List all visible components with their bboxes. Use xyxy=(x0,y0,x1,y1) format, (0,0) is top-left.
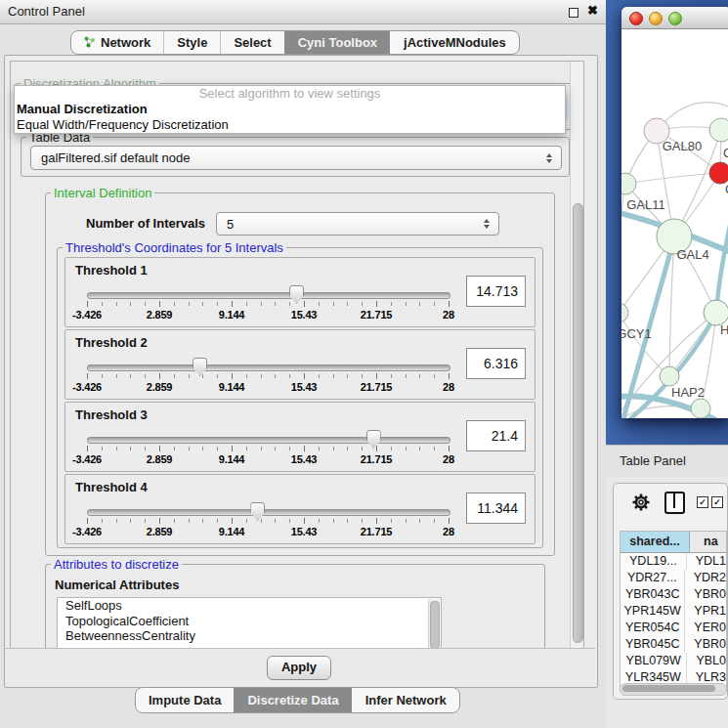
network-node[interactable] xyxy=(621,303,628,322)
network-node[interactable] xyxy=(660,366,679,386)
tab-label: Infer Network xyxy=(365,693,447,707)
apply-button[interactable]: Apply xyxy=(267,656,331,680)
threshold-block: Threshold 3 -3.4262.8599.14415.4321.7152… xyxy=(64,402,535,472)
major-tick xyxy=(232,518,233,524)
checkbox-icon[interactable]: ✓ xyxy=(697,496,708,508)
cell-shared-name: YDL19... xyxy=(621,553,687,570)
algorithm-option[interactable]: Equal Width/Frequency Discretization xyxy=(15,117,565,133)
table-row[interactable]: YBR043CYBR0 xyxy=(621,586,726,603)
attribute-item[interactable]: SelfLoops xyxy=(58,598,441,614)
cell-name: YBR0 xyxy=(685,636,726,653)
major-tick xyxy=(449,373,450,379)
network-graph: GAL80GACGAL11GAL4GCY1HHAP2 xyxy=(621,29,728,418)
attribute-item[interactable]: BetweennessCentrality xyxy=(58,628,441,644)
table-row[interactable]: YDR27...YDR2 xyxy=(621,570,726,586)
table-panel-title: Table Panel xyxy=(620,453,686,468)
panel-scrollbar[interactable] xyxy=(570,62,583,648)
float-window-icon[interactable] xyxy=(569,8,578,18)
tick-label: 9.144 xyxy=(219,453,245,465)
major-tick xyxy=(159,301,160,307)
tick-label: 28 xyxy=(443,453,454,465)
apply-bar: Apply xyxy=(5,648,595,686)
number-of-intervals-value: 5 xyxy=(217,217,484,232)
network-node[interactable] xyxy=(709,118,728,142)
network-node[interactable] xyxy=(691,399,710,418)
threshold-block: Threshold 4 -3.4262.8599.14415.4321.7152… xyxy=(64,474,535,544)
gear-icon[interactable] xyxy=(631,492,651,512)
tab-label: jActiveMNodules xyxy=(404,35,506,50)
slider-track[interactable] xyxy=(87,437,450,444)
tick-label: 21.715 xyxy=(361,381,392,393)
major-tick xyxy=(449,518,450,524)
screen: Control Panel ✖ NetworkStyleSelectCyni T… xyxy=(0,0,728,728)
columns-icon[interactable] xyxy=(664,492,685,514)
threshold-slider[interactable]: -3.4262.8599.14415.4321.71528 xyxy=(87,283,449,324)
tab-cyni-toolbox[interactable]: Cyni Toolbox xyxy=(284,31,390,54)
desktop-background: GAL80GACGAL11GAL4GCY1HHAP2 xyxy=(606,0,728,445)
tick-label: 9.144 xyxy=(219,526,245,537)
tab-label: Select xyxy=(234,35,271,50)
minimize-traffic-light-icon[interactable] xyxy=(649,12,663,25)
list-scrollbar[interactable] xyxy=(428,599,440,649)
threshold-value-field[interactable]: 21.4 xyxy=(466,420,526,451)
network-canvas[interactable]: GAL80GACGAL11GAL4GCY1HHAP2 xyxy=(621,29,728,418)
table-row[interactable]: YBL079WYBL0 xyxy=(621,653,726,669)
threshold-slider[interactable]: -3.4262.8599.14415.4321.71528 xyxy=(87,356,449,397)
table-row[interactable]: YBR045CYBR0 xyxy=(621,636,726,653)
threshold-value-field[interactable]: 14.713 xyxy=(466,276,526,307)
network-view-window[interactable]: GAL80GACGAL11GAL4GCY1HHAP2 xyxy=(621,7,728,418)
threshold-label: Threshold 2 xyxy=(75,335,148,350)
threshold-value-field[interactable]: 6.316 xyxy=(466,348,526,379)
table-data-combobox[interactable]: galFiltered.sif default node xyxy=(30,146,562,170)
major-tick xyxy=(376,518,377,524)
column-header-shared[interactable]: shared... xyxy=(621,532,690,552)
network-node[interactable] xyxy=(709,162,728,184)
cell-shared-name: YBR045C xyxy=(621,636,685,653)
scrollbar-thumb[interactable] xyxy=(573,203,583,643)
tab-impute-data[interactable]: Impute Data xyxy=(136,688,234,712)
hscrollbar-thumb[interactable] xyxy=(622,685,715,692)
major-tick xyxy=(159,446,160,451)
tick-label: 2.859 xyxy=(147,526,173,537)
threshold-slider[interactable]: -3.4262.8599.14415.4321.71528 xyxy=(87,428,449,469)
close-icon[interactable]: ✖ xyxy=(587,3,598,18)
checkbox-icon[interactable]: ✓ xyxy=(711,496,723,508)
attribute-item[interactable]: TopologicalCoefficient xyxy=(58,614,441,629)
numerical-attributes-header: Numerical Attributes xyxy=(55,578,179,592)
slider-minor-ticks xyxy=(87,302,449,306)
slider-track[interactable] xyxy=(87,292,450,299)
numerical-attributes-list[interactable]: SelfLoopsTopologicalCoefficientBetweenne… xyxy=(57,597,442,649)
slider-minor-ticks xyxy=(87,447,449,450)
network-node[interactable] xyxy=(621,173,636,194)
tick-label: 15.43 xyxy=(291,381,318,393)
slider-track[interactable] xyxy=(87,509,450,516)
threshold-slider[interactable]: -3.4262.8599.14415.4321.71528 xyxy=(87,500,449,541)
table-hscrollbar[interactable] xyxy=(620,683,727,696)
tab-discretize-data[interactable]: Discretize Data xyxy=(234,688,351,712)
node-table[interactable]: shared... na YDL19...YDL1YDR27...YDR2YBR… xyxy=(620,531,727,691)
cell-shared-name: YDR27... xyxy=(621,570,685,586)
threshold-label: Threshold 1 xyxy=(75,263,148,278)
tab-select[interactable]: Select xyxy=(220,31,283,54)
table-row[interactable]: YPR145WYPR1 xyxy=(621,603,726,620)
tab-infer-network[interactable]: Infer Network xyxy=(352,688,459,712)
algorithm-option[interactable]: Manual Discretization xyxy=(15,102,565,117)
threshold-block: Threshold 1 -3.4262.8599.14415.4321.7152… xyxy=(64,257,535,327)
table-row[interactable]: YER054CYER0 xyxy=(621,620,726,636)
table-row[interactable]: YDL19...YDL1 xyxy=(621,553,726,570)
threshold-value-field[interactable]: 11.344 xyxy=(466,492,526,524)
table-header-row: shared... na xyxy=(621,532,726,553)
tab-jactivemnodules[interactable]: jActiveMNodules xyxy=(390,31,519,54)
major-tick xyxy=(304,518,305,524)
major-tick xyxy=(376,373,377,379)
tab-style[interactable]: Style xyxy=(163,31,220,54)
tab-label: Network xyxy=(101,35,150,50)
zoom-traffic-light-icon[interactable] xyxy=(668,12,682,25)
tab-network[interactable]: Network xyxy=(71,31,163,54)
major-tick xyxy=(87,518,88,524)
slider-track[interactable] xyxy=(87,364,450,371)
number-of-intervals-combobox[interactable]: 5 xyxy=(216,212,499,236)
column-header-name[interactable]: na xyxy=(690,532,726,552)
close-traffic-light-icon[interactable] xyxy=(629,12,643,25)
tab-label: Cyni Toolbox xyxy=(298,35,377,50)
